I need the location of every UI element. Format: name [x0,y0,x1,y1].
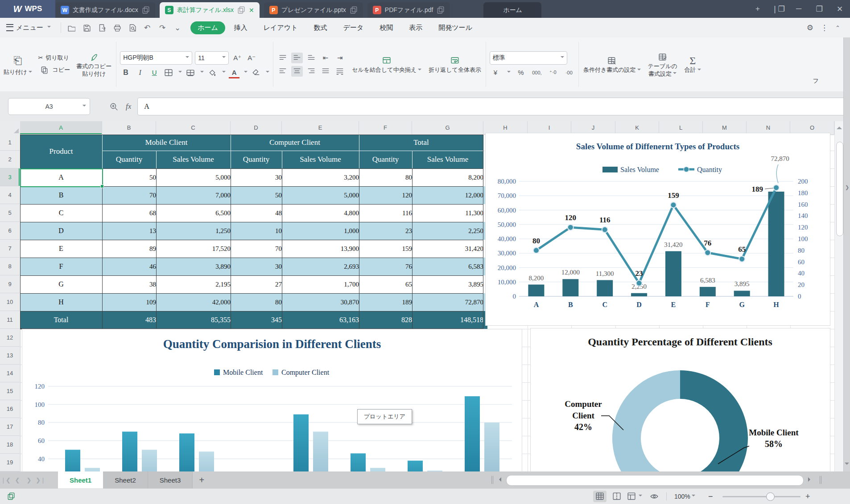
table-cell[interactable]: 23 [359,222,416,240]
home-window-tab[interactable]: ホーム [483,2,541,18]
row-header-7[interactable]: 7 [0,240,20,258]
table-total-cell[interactable]: 828 [359,311,416,329]
bold-button[interactable]: B [120,67,132,78]
save-icon[interactable] [80,21,93,34]
table-subheader[interactable]: Sales Volume [412,151,483,168]
fill-color-icon[interactable] [185,67,196,78]
sheet-tab-Sheet1[interactable]: Sheet1 [58,471,103,488]
align-left-icon[interactable] [277,66,289,77]
ribbon-tab-表示[interactable]: 表示 [402,21,429,34]
chart-quantity-percentage-donut[interactable]: Quantity Percentage of Different Clients… [530,328,830,471]
align-center-icon[interactable] [291,66,303,77]
table-subheader[interactable]: Quantity [359,151,412,168]
main-menu-button[interactable]: メニュー [0,24,57,32]
column-header-C[interactable]: C [156,121,231,134]
table-cell[interactable]: 46 [102,258,160,275]
sum-button[interactable]: Σ 合計 [681,37,705,91]
table-cell[interactable]: 189 [359,293,416,311]
search-function-icon[interactable] [108,101,120,112]
row-header-11[interactable]: 11 [0,311,20,329]
page-layout-view-button[interactable] [627,491,640,502]
column-header-B[interactable]: B [102,121,156,134]
increase-decimal-icon[interactable]: ⁺·0 [547,67,559,78]
ribbon-tab-挿入[interactable]: 挿入 [227,21,255,34]
font-size-combobox[interactable]: 11 [195,51,229,65]
table-cell[interactable]: 8,200 [412,168,487,186]
distribute-icon[interactable] [334,66,346,77]
comma-format-icon[interactable]: 000, [531,67,543,78]
font-color-button[interactable]: A [228,67,240,78]
table-cell[interactable]: 159 [359,240,416,258]
scroll-left-arrow-icon[interactable] [497,477,501,482]
table-cell[interactable]: 30 [231,258,286,275]
wps-logo[interactable]: W WPS [0,0,55,18]
column-header-K[interactable]: K [615,121,659,134]
workbook-stats-icon[interactable] [4,491,18,502]
settings-gear-icon[interactable]: ⚙ [807,23,813,33]
table-cell[interactable]: 30 [231,168,286,186]
table-cell[interactable]: 30,870 [282,293,363,311]
table-cell[interactable]: 27 [231,275,286,293]
zoom-slider-track[interactable] [722,496,800,497]
maximize-button[interactable]: ❐ [809,0,829,18]
table-cell[interactable]: 42,000 [156,293,235,311]
chart-sales-volume-combo[interactable]: Sales Volume of Diffenernt Types of Prod… [485,133,830,326]
quick-access-dropdown-icon[interactable]: ⌄ [171,21,184,34]
italic-button[interactable]: I [134,67,146,78]
table-cell[interactable]: 1,000 [282,222,363,240]
document-tab-xlsx[interactable]: S表計算ファイル.xlsx✕ [160,2,260,18]
table-row-product[interactable]: D [20,222,102,240]
share-screen-icon[interactable] [437,6,445,14]
table-cell[interactable]: 2,693 [282,258,363,275]
align-middle-icon[interactable] [291,53,303,63]
vertical-scroll-thumb[interactable] [836,142,843,236]
scroll-right-arrow-icon[interactable] [808,477,813,482]
percent-format-icon[interactable]: % [515,67,527,78]
print-icon[interactable] [110,21,124,34]
document-tab-pdf[interactable]: PPDFファイル.pdf [367,2,450,18]
table-row-product[interactable]: H [20,293,102,311]
underline-button[interactable]: U [149,67,160,78]
number-format-combobox[interactable]: 標準 [490,51,567,65]
row-header-14[interactable]: 14 [0,365,20,382]
share-screen-icon[interactable] [350,6,358,14]
table-cell[interactable]: 50 [102,168,160,186]
zoom-level-button[interactable]: 100% [674,491,695,502]
row-header-19[interactable]: 19 [0,454,20,471]
row-header-13[interactable]: 13 [0,347,20,365]
ribbon-tab-開発ツール[interactable]: 開発ツール [431,21,479,34]
table-cell[interactable]: 80 [231,293,286,311]
table-subheader[interactable]: Quantity [102,151,156,168]
ribbon-tab-レイアウト[interactable]: レイアウト [256,21,305,34]
table-cell[interactable]: 72,870 [412,293,487,311]
column-header-E[interactable]: E [282,121,359,134]
table-cell[interactable]: 17,520 [156,240,235,258]
table-cell[interactable]: 2,195 [156,275,235,293]
table-cell[interactable]: 89 [102,240,160,258]
align-bottom-icon[interactable] [305,53,317,63]
table-cell[interactable]: 7,000 [156,186,235,204]
column-header-O[interactable]: O [790,121,834,134]
table-cell[interactable]: 11,300 [412,204,487,222]
table-header-group[interactable]: Mobile Client [102,135,231,151]
row-header-18[interactable]: 18 [0,436,20,454]
table-cell[interactable]: 5,000 [282,186,363,204]
paste-button[interactable]: ⎗ 貼り付け [0,37,36,91]
ribbon-tab-数式[interactable]: 数式 [307,21,334,34]
table-cell[interactable]: 116 [359,204,416,222]
column-header-A[interactable]: A [20,121,102,134]
last-sheet-button[interactable]: ❯❘ [35,471,46,488]
table-subheader[interactable]: Sales Volume [282,151,359,168]
next-sheet-button[interactable]: ❯ [23,471,35,488]
table-cell[interactable]: 5,000 [156,168,235,186]
sheet-tab-Sheet2[interactable]: Sheet2 [103,471,148,488]
font-name-combobox[interactable]: HGP明朝B [120,51,192,65]
table-total-cell[interactable]: 148,518 [412,311,487,329]
row-header-3[interactable]: 3 [0,168,20,186]
increase-indent-icon[interactable]: ⇥ [334,53,346,63]
table-header-group[interactable]: Total [359,135,483,151]
close-button[interactable]: ✕ [829,0,850,18]
table-header-group[interactable]: Computer Client [231,135,359,151]
collapse-ribbon-icon[interactable]: ⌃ [835,25,840,31]
increase-font-size-button[interactable]: A⁺ [231,53,243,63]
